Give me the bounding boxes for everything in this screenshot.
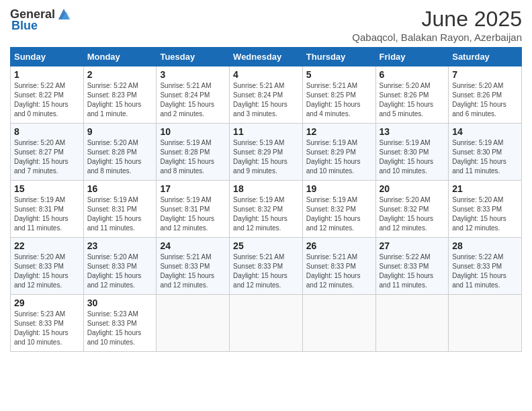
calendar-table: SundayMondayTuesdayWednesdayThursdayFrid… bbox=[10, 47, 522, 352]
table-row: 22Sunrise: 5:20 AMSunset: 8:33 PMDayligh… bbox=[11, 238, 84, 295]
table-row: 21Sunrise: 5:20 AMSunset: 8:33 PMDayligh… bbox=[449, 181, 522, 238]
week-row-3: 22Sunrise: 5:20 AMSunset: 8:33 PMDayligh… bbox=[11, 238, 522, 295]
table-row: 1Sunrise: 5:22 AMSunset: 8:22 PMDaylight… bbox=[11, 66, 84, 124]
table-row bbox=[230, 295, 303, 352]
week-row-2: 15Sunrise: 5:19 AMSunset: 8:31 PMDayligh… bbox=[11, 181, 522, 238]
table-row: 10Sunrise: 5:19 AMSunset: 8:28 PMDayligh… bbox=[157, 124, 230, 181]
header-tuesday: Tuesday bbox=[157, 48, 230, 66]
table-row: 15Sunrise: 5:19 AMSunset: 8:31 PMDayligh… bbox=[11, 181, 84, 238]
table-row: 7Sunrise: 5:20 AMSunset: 8:26 PMDaylight… bbox=[449, 66, 522, 124]
table-row bbox=[375, 295, 449, 352]
table-row bbox=[157, 295, 230, 352]
table-row bbox=[302, 295, 375, 352]
table-row: 13Sunrise: 5:19 AMSunset: 8:30 PMDayligh… bbox=[375, 124, 449, 181]
table-row: 25Sunrise: 5:21 AMSunset: 8:33 PMDayligh… bbox=[230, 238, 303, 295]
week-row-1: 8Sunrise: 5:20 AMSunset: 8:27 PMDaylight… bbox=[11, 124, 522, 181]
header: General Blue June 2025 Qabaqcol, Balakan… bbox=[10, 7, 522, 43]
logo-blue-text: Blue bbox=[11, 19, 38, 33]
table-row: 11Sunrise: 5:19 AMSunset: 8:29 PMDayligh… bbox=[230, 124, 303, 181]
calendar-subtitle: Qabaqcol, Balakan Rayon, Azerbaijan bbox=[352, 32, 522, 43]
logo: General Blue bbox=[10, 7, 71, 33]
table-row: 3Sunrise: 5:21 AMSunset: 8:24 PMDaylight… bbox=[157, 66, 230, 124]
table-row bbox=[449, 295, 522, 352]
table-row: 23Sunrise: 5:20 AMSunset: 8:33 PMDayligh… bbox=[83, 238, 157, 295]
calendar-title: June 2025 bbox=[352, 7, 522, 32]
logo-icon bbox=[56, 7, 71, 21]
table-row: 9Sunrise: 5:20 AMSunset: 8:28 PMDaylight… bbox=[83, 124, 157, 181]
table-row: 8Sunrise: 5:20 AMSunset: 8:27 PMDaylight… bbox=[11, 124, 84, 181]
week-row-4: 29Sunrise: 5:23 AMSunset: 8:33 PMDayligh… bbox=[11, 295, 522, 352]
table-row: 19Sunrise: 5:19 AMSunset: 8:32 PMDayligh… bbox=[302, 181, 375, 238]
table-row: 27Sunrise: 5:22 AMSunset: 8:33 PMDayligh… bbox=[375, 238, 449, 295]
table-row: 26Sunrise: 5:21 AMSunset: 8:33 PMDayligh… bbox=[302, 238, 375, 295]
table-row: 16Sunrise: 5:19 AMSunset: 8:31 PMDayligh… bbox=[83, 181, 157, 238]
table-row: 18Sunrise: 5:19 AMSunset: 8:32 PMDayligh… bbox=[230, 181, 303, 238]
calendar-body: 1Sunrise: 5:22 AMSunset: 8:22 PMDaylight… bbox=[11, 66, 522, 352]
table-row: 6Sunrise: 5:20 AMSunset: 8:26 PMDaylight… bbox=[375, 66, 449, 124]
header-thursday: Thursday bbox=[302, 48, 375, 66]
header-wednesday: Wednesday bbox=[230, 48, 303, 66]
header-monday: Monday bbox=[83, 48, 157, 66]
header-friday: Friday bbox=[375, 48, 449, 66]
table-row: 5Sunrise: 5:21 AMSunset: 8:25 PMDaylight… bbox=[302, 66, 375, 124]
calendar-header-row: SundayMondayTuesdayWednesdayThursdayFrid… bbox=[11, 48, 522, 66]
table-row: 4Sunrise: 5:21 AMSunset: 8:24 PMDaylight… bbox=[230, 66, 303, 124]
table-row: 2Sunrise: 5:22 AMSunset: 8:23 PMDaylight… bbox=[83, 66, 157, 124]
header-sunday: Sunday bbox=[11, 48, 84, 66]
table-row: 14Sunrise: 5:19 AMSunset: 8:30 PMDayligh… bbox=[449, 124, 522, 181]
week-row-0: 1Sunrise: 5:22 AMSunset: 8:22 PMDaylight… bbox=[11, 66, 522, 124]
table-row: 29Sunrise: 5:23 AMSunset: 8:33 PMDayligh… bbox=[11, 295, 84, 352]
table-row: 17Sunrise: 5:19 AMSunset: 8:31 PMDayligh… bbox=[157, 181, 230, 238]
table-row: 30Sunrise: 5:23 AMSunset: 8:33 PMDayligh… bbox=[83, 295, 157, 352]
header-saturday: Saturday bbox=[449, 48, 522, 66]
table-row: 24Sunrise: 5:21 AMSunset: 8:33 PMDayligh… bbox=[157, 238, 230, 295]
table-row: 12Sunrise: 5:19 AMSunset: 8:29 PMDayligh… bbox=[302, 124, 375, 181]
title-area: June 2025 Qabaqcol, Balakan Rayon, Azerb… bbox=[352, 7, 522, 43]
table-row: 20Sunrise: 5:20 AMSunset: 8:32 PMDayligh… bbox=[375, 181, 449, 238]
table-row: 28Sunrise: 5:22 AMSunset: 8:33 PMDayligh… bbox=[449, 238, 522, 295]
